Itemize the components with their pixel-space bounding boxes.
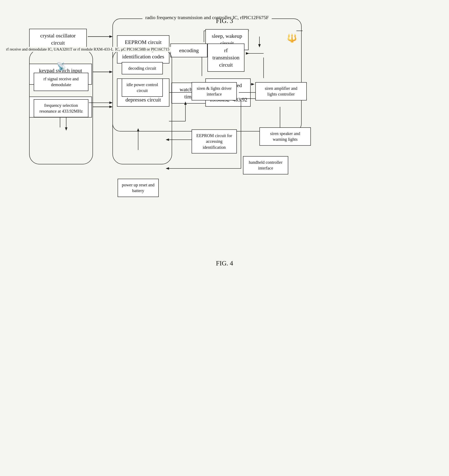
- siren-speaker-box: siren speaker and warning lights: [259, 127, 311, 146]
- rf-region-title: radio frequency transmission and control…: [143, 15, 272, 20]
- decoding-box: decoding circuit: [122, 62, 163, 74]
- idle-power-box: idle power control circuit: [122, 79, 163, 97]
- ic-uc-title: IC, μC PIC16C58B or PIC16C715: [114, 47, 171, 52]
- rf-receive-title: rf receive and demodulate IC, UAA3201T o…: [5, 47, 118, 52]
- freq-selection-box: frequency selection resonance at 433.92M…: [34, 99, 88, 118]
- rf-antenna-symbol: 📡: [34, 62, 88, 71]
- ic-uc-region: IC, μC PIC16C58B or PIC16C715 decoding c…: [112, 49, 172, 164]
- svg-marker-41: [166, 167, 169, 170]
- siren-lights-driver-box: siren & lights driver interface: [192, 82, 237, 101]
- power-reset-fig4-box: power up reset and battery: [118, 179, 159, 197]
- fig4-label: FIG. 4: [216, 260, 233, 267]
- svg-marker-49: [184, 102, 187, 105]
- rf-receive-region: rf receive and demodulate IC, UAA3201T o…: [29, 49, 93, 164]
- siren-amplifier-box: siren amplifier and lights controller: [255, 82, 307, 101]
- eeprom-accessing-box: EEPROM circuit for accessing identificat…: [192, 130, 237, 153]
- rf-signal-box: rf signal receive and demodulate: [34, 73, 88, 91]
- fig4-diagram: rf receive and demodulate IC, UAA3201T o…: [29, 29, 420, 255]
- fig3-label: FIG. 3: [216, 17, 233, 25]
- svg-marker-27: [109, 102, 113, 104]
- handheld-box: handheld controller interface: [243, 156, 288, 174]
